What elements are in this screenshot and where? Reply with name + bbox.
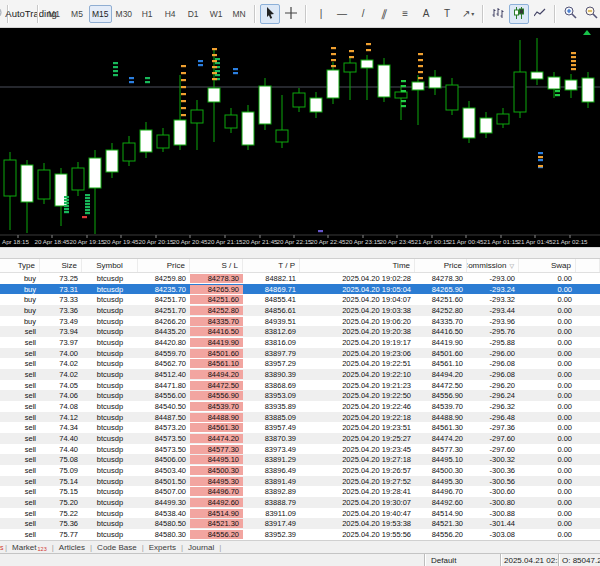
trade-row-sell-75.20[interactable]: sell75.20btcusdp84499.3084492.6083888.79…: [0, 497, 600, 508]
shapes-dropdown-button[interactable]: ↗▾: [458, 4, 478, 24]
autotrading-button[interactable]: AutoTrading: [13, 4, 33, 24]
bull-candle: [259, 78, 271, 130]
trade-row-sell-73.97[interactable]: sell73.97btcusdp84420.8084419.9083816.09…: [0, 337, 600, 348]
stop-loss-cell: 84556.90: [190, 391, 243, 400]
fibonacci-tool-button[interactable]: ≡: [395, 4, 415, 24]
swap-cell: 0.00: [519, 295, 576, 304]
trade-marker: [366, 43, 371, 45]
symbol-cell: btcusdp: [82, 349, 138, 358]
trade-row-buy-73.49[interactable]: buy73.49btcusdp84266.2084335.7084939.512…: [0, 316, 600, 327]
timeframe-button-h1[interactable]: H1: [136, 5, 158, 23]
trade-row-sell-74.05[interactable]: sell74.05btcusdp84471.8084472.5083868.69…: [0, 380, 600, 391]
column-header-price[interactable]: Price: [415, 259, 467, 272]
time-cell: 2025.04.20 19:28:41: [300, 487, 415, 496]
horizontal-line-tool-button[interactable]: —: [332, 4, 352, 24]
symbol-cell: btcusdp: [82, 498, 138, 507]
timeframe-button-h4[interactable]: H4: [159, 5, 181, 23]
candlestick-mode-button[interactable]: [509, 4, 529, 24]
channel-tool-button[interactable]: ∥: [374, 4, 394, 24]
take-profit-cell: 83973.49: [243, 445, 300, 454]
trade-row-sell-74.08[interactable]: sell74.08btcusdp84540.5084539.7083935.89…: [0, 401, 600, 412]
timeframe-button-m30[interactable]: M30: [113, 5, 136, 23]
timeframe-button-m15[interactable]: M15: [89, 5, 112, 23]
text-tool-button[interactable]: A: [416, 4, 436, 24]
timeframe-button-mn[interactable]: MN: [228, 5, 250, 23]
size-cell: 75.15: [40, 487, 82, 496]
trade-row-buy-73.36[interactable]: buy73.36btcusdp84251.7084252.8084856.612…: [0, 305, 600, 316]
column-header-type[interactable]: Type: [0, 259, 40, 272]
column-header-s-l[interactable]: S / L: [190, 259, 243, 272]
trade-row-buy-73.25[interactable]: buy73.25btcusdp84259.8084278.3084882.112…: [0, 273, 600, 284]
crosshair-tool-button[interactable]: [281, 4, 301, 24]
time-axis-label: 20 Apr 18:45: [34, 238, 70, 245]
trade-row-sell-74.40[interactable]: sell74.40btcusdp84573.5084577.3083973.49…: [0, 444, 600, 455]
vertical-line-tool-button[interactable]: |: [311, 4, 331, 24]
toolbox-tab-journal[interactable]: Journal: [183, 541, 219, 553]
timeframe-button-m1[interactable]: M1: [43, 5, 65, 23]
label-tool-button[interactable]: T: [437, 4, 457, 24]
column-header-t-p[interactable]: T / P: [243, 259, 300, 272]
trade-row-sell-74.40[interactable]: sell74.40btcusdp84573.5084474.2083870.39…: [0, 433, 600, 444]
trade-row-sell-74.06[interactable]: sell74.06btcusdp84556.0084556.9083953.09…: [0, 390, 600, 401]
time-cell: 2025.04.20 19:30:07: [300, 498, 415, 507]
toolbox-tab-code-base[interactable]: Code Base: [92, 541, 142, 553]
cursor-tool-button[interactable]: [260, 4, 280, 24]
line-chart-icon: [534, 7, 546, 21]
trade-row-buy-73.31[interactable]: buy73.31btcusdp84235.7084265.9084869.712…: [0, 284, 600, 295]
bar-chart-mode-button[interactable]: [488, 4, 508, 24]
symbol-cell: btcusdp: [82, 487, 138, 496]
trade-row-buy-73.33[interactable]: buy73.33btcusdp84251.7084251.6084855.412…: [0, 294, 600, 305]
sort-indicator-icon: ▽: [509, 262, 514, 269]
trade-row-sell-75.22[interactable]: sell75.22btcusdp84538.4084514.9083911.09…: [0, 508, 600, 519]
profile-segment[interactable]: Default: [424, 554, 500, 566]
zoom-out-button[interactable]: [581, 4, 600, 24]
trade-marker: [401, 85, 406, 87]
column-header-swap[interactable]: Swap: [519, 259, 576, 272]
timeframe-button-d1[interactable]: D1: [182, 5, 204, 23]
symbol-cell: btcusdp: [82, 359, 138, 368]
trade-row-sell-74.00[interactable]: sell74.00btcusdp84559.7084501.6083897.79…: [0, 348, 600, 359]
take-profit-cell: 83952.39: [243, 530, 300, 539]
symbol-cell: btcusdp: [82, 477, 138, 486]
trade-row-sell-74.34[interactable]: sell74.34btcusdp84573.2084561.3083957.49…: [0, 422, 600, 433]
toolbox-tab-market[interactable]: Market123: [7, 541, 52, 553]
column-header-size[interactable]: Size: [40, 259, 82, 272]
column-header-time[interactable]: Time: [300, 259, 415, 272]
close-price-cell: 84265.90: [415, 285, 467, 294]
symbol-cell: btcusdp: [82, 530, 138, 539]
zoom-in-button[interactable]: [560, 4, 580, 24]
toolbox-tab-experts[interactable]: Experts: [144, 541, 181, 553]
trade-marker: [181, 72, 186, 74]
commission-cell: -300.32: [467, 455, 519, 464]
open-price-cell: 84512.40: [138, 370, 190, 379]
column-header-symbol[interactable]: Symbol: [82, 259, 138, 272]
trade-row-sell-75.09[interactable]: sell75.09btcusdp84503.4084500.3083896.49…: [0, 465, 600, 476]
trendline-tool-button[interactable]: /: [353, 4, 373, 24]
time-cell: 2025.04.20 19:04:07: [300, 295, 415, 304]
trade-marker: [113, 66, 118, 68]
take-profit-cell: 83891.49: [243, 477, 300, 486]
price-chart[interactable]: Apr 18:1520 Apr 18:4520 Apr 19:1520 Apr …: [0, 28, 600, 247]
trade-row-sell-75.14[interactable]: sell75.14btcusdp84501.5084495.3083891.49…: [0, 476, 600, 487]
trade-marker: [85, 194, 90, 196]
swap-cell: 0.00: [519, 487, 576, 496]
trade-row-sell-73.94[interactable]: sell73.94btcusdp84435.2084416.5083812.69…: [0, 326, 600, 337]
symbol-cell: btcusdp: [82, 338, 138, 347]
column-header-commission[interactable]: Commission▽: [467, 259, 519, 272]
trade-row-sell-74.02[interactable]: sell74.02btcusdp84512.4084494.2083890.39…: [0, 369, 600, 380]
trade-row-sell-75.08[interactable]: sell75.08btcusdp84506.0084495.1083891.29…: [0, 454, 600, 465]
timeframe-button-m5[interactable]: M5: [66, 5, 88, 23]
line-chart-mode-button[interactable]: [530, 4, 550, 24]
size-cell: 73.49: [40, 317, 82, 326]
column-header-price[interactable]: Price: [138, 259, 190, 272]
trade-row-sell-74.02[interactable]: sell74.02btcusdp84562.7084561.1083957.29…: [0, 358, 600, 369]
trade-marker: [85, 209, 90, 211]
time-cell: 2025.04.20 19:23:06: [300, 349, 415, 358]
trade-row-sell-75.15[interactable]: sell75.15btcusdp84507.0084496.7083892.89…: [0, 486, 600, 497]
trade-row-sell-75.77[interactable]: sell75.77btcusdp84580.3084556.2083952.39…: [0, 529, 600, 540]
trade-row-sell-74.12[interactable]: sell74.12btcusdp84487.5084488.9083885.09…: [0, 412, 600, 423]
toolbox-tab-articles[interactable]: Articles: [54, 541, 90, 553]
trade-row-sell-75.36[interactable]: sell75.36btcusdp84580.5084521.3083917.49…: [0, 518, 600, 529]
timeframe-button-w1[interactable]: W1: [205, 5, 227, 23]
symbol-cell: btcusdp: [82, 434, 138, 443]
